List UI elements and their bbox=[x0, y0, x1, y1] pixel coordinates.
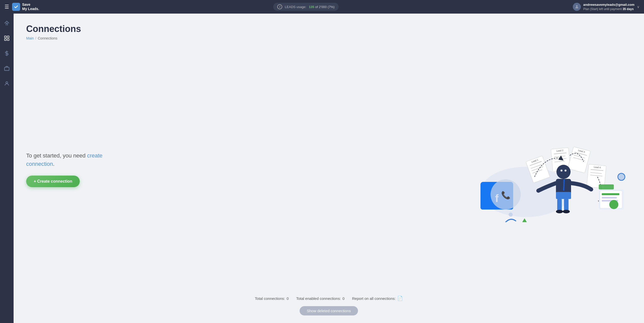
empty-state: To get started, you need create connecti… bbox=[26, 151, 132, 187]
leads-usage: 135 of 2'000 (7%) bbox=[309, 5, 335, 9]
svg-rect-6 bbox=[5, 67, 9, 70]
svg-rect-2 bbox=[7, 36, 9, 38]
sidebar-briefcase-icon[interactable] bbox=[2, 64, 11, 73]
svg-rect-1 bbox=[5, 36, 6, 38]
logo-icon bbox=[12, 3, 20, 11]
logo: Save My Leads. bbox=[12, 3, 39, 11]
svg-rect-51 bbox=[602, 193, 619, 195]
info-icon: i bbox=[277, 4, 282, 9]
svg-text:📞: 📞 bbox=[501, 191, 511, 200]
sidebar-connections-icon[interactable] bbox=[2, 34, 11, 43]
footer-stats: Total connections: 0 Total enabled conne… bbox=[26, 291, 631, 304]
content-area: To get started, you need create connecti… bbox=[26, 48, 631, 291]
svg-rect-49 bbox=[599, 184, 614, 189]
svg-rect-3 bbox=[5, 39, 6, 41]
user-email: andrewsavemyleads@gmail.com bbox=[583, 3, 634, 7]
svg-point-38 bbox=[556, 165, 571, 179]
total-connections-value: 0 bbox=[287, 296, 289, 301]
svg-rect-4 bbox=[7, 39, 9, 41]
svg-rect-44 bbox=[556, 192, 571, 199]
svg-rect-52 bbox=[602, 197, 617, 198]
total-enabled-label: Total enabled connections: bbox=[296, 296, 341, 301]
leads-usage-badge: i LEADS usage: 135 of 2'000 (7%) bbox=[273, 3, 339, 11]
user-section: andrewsavemyleads@gmail.com Plan |Start|… bbox=[573, 3, 639, 11]
user-plan: Plan |Start| left until payment 35 days bbox=[583, 7, 634, 11]
report-stat: Report on all connections: 📄 bbox=[352, 296, 403, 301]
svg-point-56 bbox=[618, 173, 625, 180]
topbar: ☰ Save My Leads. i LEADS usage: 135 of 2… bbox=[0, 0, 644, 14]
breadcrumb-separator: / bbox=[35, 36, 36, 40]
svg-point-0 bbox=[576, 5, 578, 7]
page-title: Connections bbox=[26, 24, 631, 34]
sidebar-account-icon[interactable] bbox=[2, 79, 11, 88]
empty-state-message: To get started, you need create connecti… bbox=[26, 151, 132, 168]
total-connections-stat: Total connections: 0 bbox=[255, 296, 289, 301]
user-info: andrewsavemyleads@gmail.com Plan |Start|… bbox=[583, 3, 634, 11]
svg-point-42 bbox=[556, 210, 563, 213]
report-label: Report on all connections: bbox=[352, 296, 395, 301]
total-enabled-stat: Total enabled connections: 0 bbox=[296, 296, 345, 301]
sidebar-billing-icon[interactable] bbox=[2, 49, 11, 58]
chevron-down-icon[interactable]: ∨ bbox=[637, 5, 639, 9]
breadcrumb: Main / Connections bbox=[26, 36, 631, 40]
main-content: Connections Main / Connections To get st… bbox=[14, 14, 644, 323]
sidebar bbox=[0, 14, 14, 323]
total-connections-label: Total connections: bbox=[255, 296, 285, 301]
breadcrumb-main[interactable]: Main bbox=[26, 36, 34, 40]
svg-marker-54 bbox=[521, 218, 528, 222]
svg-point-55 bbox=[609, 200, 618, 209]
illustration: f 📞 Lead 1 bbox=[455, 116, 631, 222]
show-deleted-button[interactable]: Show deleted connections bbox=[300, 306, 358, 315]
report-download-icon[interactable]: 📄 bbox=[397, 296, 403, 301]
hamburger-menu[interactable]: ☰ bbox=[5, 4, 9, 10]
logo-text: Save My Leads. bbox=[22, 3, 39, 11]
create-connection-button[interactable]: + Create connection bbox=[26, 176, 80, 187]
total-enabled-value: 0 bbox=[342, 296, 344, 301]
svg-point-7 bbox=[6, 82, 8, 84]
leads-label: LEADS usage: bbox=[285, 5, 306, 9]
svg-point-57 bbox=[509, 213, 513, 217]
breadcrumb-current: Connections bbox=[38, 36, 57, 40]
sidebar-home-icon[interactable] bbox=[2, 19, 11, 28]
svg-point-46 bbox=[560, 170, 562, 172]
svg-point-43 bbox=[563, 210, 570, 213]
avatar bbox=[573, 3, 581, 11]
svg-point-47 bbox=[565, 170, 567, 172]
